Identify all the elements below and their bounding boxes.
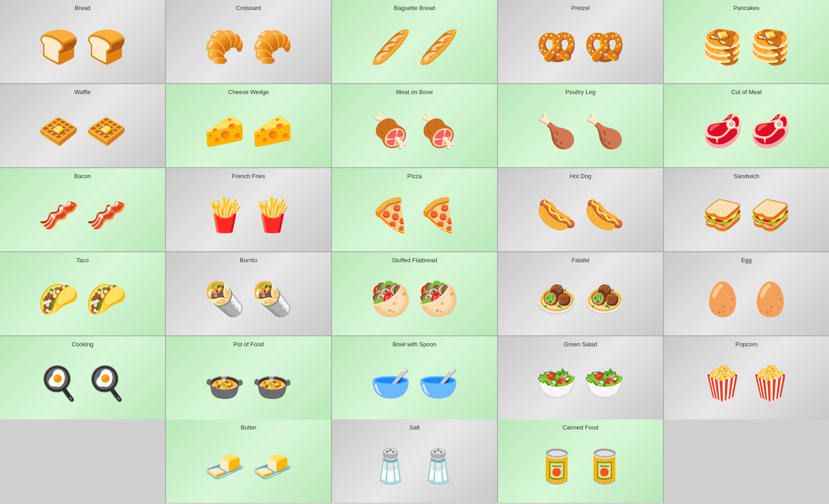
food-cell-hot-dog: Hot Dog🌭🌭 bbox=[498, 168, 663, 251]
food-emoji-1: 🍳 bbox=[86, 367, 127, 399]
food-cell-green-salad: Green Salad🥗🥗 bbox=[498, 336, 663, 419]
cell-title: Canned Food bbox=[563, 424, 598, 431]
food-emoji-1: 🌮 bbox=[86, 283, 127, 315]
empty-cell bbox=[0, 419, 165, 503]
food-emoji-1: 🥙 bbox=[418, 283, 459, 315]
food-emoji-1: 🥖 bbox=[418, 30, 459, 63]
food-cell-pizza: Pizza🍕🍕 bbox=[332, 168, 497, 251]
food-emoji-0: 🌭 bbox=[536, 199, 577, 231]
food-emoji-0: 🥙 bbox=[370, 283, 411, 315]
cell-title: Bowl with Spoon bbox=[392, 341, 436, 348]
food-emoji-1: 🧆 bbox=[584, 283, 625, 315]
food-emoji-1: 🍲 bbox=[252, 367, 293, 399]
food-cell-cheese-wedge: Cheese Wedge🧀🧀 bbox=[166, 84, 331, 167]
food-emoji-1: 🥗 bbox=[584, 367, 625, 399]
cell-title: Pretzel bbox=[571, 5, 589, 11]
food-emoji-0: 🥚 bbox=[702, 283, 743, 315]
cell-title: Burrito bbox=[240, 257, 257, 264]
food-emoji-0: 🧆 bbox=[536, 283, 577, 315]
food-cell-canned-food: Canned Food🥫🥫 bbox=[498, 419, 663, 503]
cell-title: Cooking bbox=[72, 341, 94, 348]
food-emoji-1: 🍖 bbox=[418, 115, 459, 147]
food-emoji-0: 🧀 bbox=[204, 115, 245, 147]
food-cell-butter: Butter🧈🧈 bbox=[166, 419, 331, 503]
food-emoji-0: 🍟 bbox=[204, 199, 245, 231]
food-cell-pot-of-food: Pot of Food🍲🍲 bbox=[166, 336, 331, 419]
cell-title: Poultry Leg bbox=[566, 89, 596, 95]
food-emoji-0: 🧈 bbox=[204, 450, 245, 483]
food-emoji-0: 🥪 bbox=[702, 199, 743, 231]
cell-title: Taco bbox=[76, 257, 89, 264]
food-cell-cut-of-meat: Cut of Meat🥩🥩 bbox=[664, 84, 829, 167]
food-cell-sandwich: Sandwich🥪🥪 bbox=[664, 168, 829, 251]
food-cell-poultry-leg: Poultry Leg🍗🍗 bbox=[498, 84, 663, 167]
cell-title: Pot of Food bbox=[233, 341, 264, 348]
cell-title: Egg bbox=[741, 257, 752, 264]
food-emoji-0: 🍳 bbox=[38, 367, 79, 399]
food-emoji-0: 🥫 bbox=[536, 450, 577, 483]
food-emoji-0: 🍗 bbox=[536, 115, 577, 147]
food-emoji-0: 🍖 bbox=[370, 115, 411, 147]
food-cell-popcorn: Popcorn🍿🍿 bbox=[664, 336, 829, 419]
food-emoji-0: 🌯 bbox=[204, 283, 245, 315]
food-emoji-1: 🍿 bbox=[750, 367, 791, 399]
food-emoji-1: 🥣 bbox=[418, 367, 459, 399]
food-cell-french-fries: French Fries🍟🍟 bbox=[166, 168, 331, 251]
food-emoji-0: 🥣 bbox=[370, 367, 411, 399]
cell-title: Salt bbox=[409, 424, 419, 431]
food-emoji-1: 🥚 bbox=[750, 283, 791, 315]
food-emoji-1: 🧂 bbox=[418, 450, 459, 483]
food-emoji-1: 🥩 bbox=[750, 115, 791, 147]
food-emoji-1: 🌯 bbox=[252, 283, 293, 315]
food-cell-burrito: Burrito🌯🌯 bbox=[166, 252, 331, 335]
cell-title: Bacon bbox=[74, 173, 91, 180]
food-emoji-1: 🧇 bbox=[86, 115, 127, 147]
food-emoji-1: 🍗 bbox=[584, 115, 625, 147]
emoji-grid-bottom: Butter🧈🧈Salt🧂🧂Canned Food🥫🥫 bbox=[0, 419, 829, 503]
food-cell-salt: Salt🧂🧂 bbox=[332, 419, 497, 503]
cell-title: Meat on Bone bbox=[396, 89, 433, 95]
food-emoji-0: 🍞 bbox=[38, 30, 79, 63]
cell-title: Popcorn bbox=[735, 341, 757, 348]
cell-title: Bread bbox=[75, 5, 90, 11]
food-cell-egg: Egg🥚🥚 bbox=[664, 252, 829, 335]
food-emoji-1: 🍟 bbox=[252, 199, 293, 231]
cell-title: Cut of Meat bbox=[731, 89, 762, 95]
food-cell-bowl-with-spoon: Bowl with Spoon🥣🥣 bbox=[332, 336, 497, 419]
food-emoji-1: 🥓 bbox=[86, 199, 127, 231]
cell-title: French Fries bbox=[232, 173, 265, 180]
cell-title: Waffle bbox=[74, 89, 90, 95]
emoji-grid: Bread🍞🍞Croissant🥐🥐Baguette Bread🥖🥖Pretze… bbox=[0, 0, 829, 419]
food-emoji-1: 🌭 bbox=[584, 199, 625, 231]
food-cell-baguette-bread: Baguette Bread🥖🥖 bbox=[332, 0, 497, 83]
food-cell-falafel: Falafel🧆🧆 bbox=[498, 252, 663, 335]
food-cell-croissant: Croissant🥐🥐 bbox=[166, 0, 331, 83]
food-cell-taco: Taco🌮🌮 bbox=[0, 252, 165, 335]
food-emoji-1: 🥐 bbox=[252, 30, 293, 63]
food-emoji-0: 🥞 bbox=[702, 30, 743, 63]
food-cell-cooking: Cooking🍳🍳 bbox=[0, 336, 165, 419]
food-emoji-1: 🍕 bbox=[418, 199, 459, 231]
food-emoji-1: 🍞 bbox=[86, 30, 127, 63]
food-emoji-0: 🥐 bbox=[204, 30, 245, 63]
food-emoji-0: 🥗 bbox=[536, 367, 577, 399]
food-cell-pancakes: Pancakes🥞🥞 bbox=[664, 0, 829, 83]
food-emoji-1: 🥪 bbox=[750, 199, 791, 231]
food-cell-bacon: Bacon🥓🥓 bbox=[0, 168, 165, 251]
cell-title: Pancakes bbox=[734, 5, 759, 11]
food-emoji-0: 🥩 bbox=[702, 115, 743, 147]
food-emoji-1: 🥫 bbox=[584, 450, 625, 483]
cell-title: Croissant bbox=[236, 5, 261, 11]
cell-title: Stuffed Flatbread bbox=[392, 257, 437, 264]
cell-title: Butter bbox=[241, 424, 256, 431]
cell-title: Cheese Wedge bbox=[228, 89, 269, 95]
food-emoji-0: 🥖 bbox=[370, 30, 411, 63]
food-emoji-0: 🧇 bbox=[38, 115, 79, 147]
food-emoji-1: 🧈 bbox=[252, 450, 293, 483]
food-emoji-1: 🥞 bbox=[750, 30, 791, 63]
food-emoji-0: 🥨 bbox=[536, 30, 577, 63]
food-cell-waffle: Waffle🧇🧇 bbox=[0, 84, 165, 167]
cell-title: Baguette Bread bbox=[394, 5, 435, 11]
food-emoji-0: 🍲 bbox=[204, 367, 245, 399]
cell-title: Hot Dog bbox=[570, 173, 592, 180]
